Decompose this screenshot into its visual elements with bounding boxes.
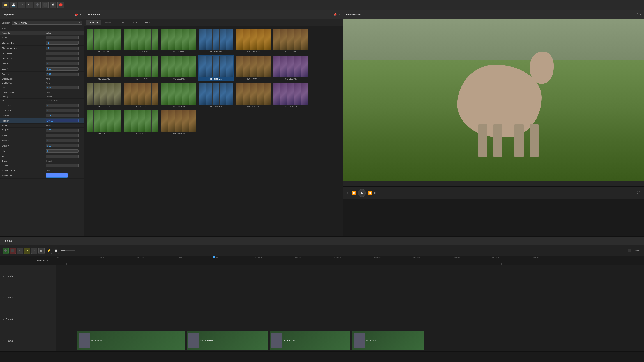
prop-value[interactable]: 0.00 bbox=[46, 144, 82, 147]
prop-value-input[interactable]: 24.30 bbox=[46, 114, 78, 117]
file-item-IMG_5093-mov[interactable]: IMG_5093.mov bbox=[86, 55, 122, 81]
prop-row-volumemixing[interactable]: Volume MixingNone bbox=[0, 168, 84, 172]
file-item-IMG_5128-mov[interactable]: IMG_5128.mov bbox=[161, 82, 196, 108]
prop-value[interactable]: 0.00 bbox=[46, 104, 82, 107]
track-expand-icon[interactable]: ▶ bbox=[2, 275, 4, 277]
prop-row-sheary[interactable]: Shear Y0.00 bbox=[0, 143, 84, 148]
prop-value-input[interactable]: 0.00 bbox=[46, 67, 78, 70]
prop-row-duration[interactable]: Duration9.47 bbox=[0, 72, 84, 77]
project-close-icon[interactable]: ✕ bbox=[338, 13, 340, 16]
prop-row-scalex[interactable]: Scale X1.00 bbox=[0, 128, 84, 133]
prop-row-start[interactable]: Start0.00 bbox=[0, 148, 84, 154]
toolbar-btn1[interactable]: ⬛ bbox=[42, 1, 48, 8]
file-item-IMG_5236-mov[interactable]: IMG_5236.mov bbox=[198, 82, 234, 108]
track-clip-IMG_5093-mov[interactable]: IMG_5093.mov bbox=[77, 331, 185, 350]
timeline-split-button[interactable]: ✂ bbox=[17, 248, 23, 254]
file-item-IMG_5293-mov[interactable]: IMG_5293.mov bbox=[86, 109, 122, 135]
toolbar-btn2[interactable]: 🎬 bbox=[50, 1, 56, 8]
toolbar-save[interactable]: 💾 bbox=[10, 1, 17, 8]
prop-value-input[interactable]: 9.47 bbox=[46, 86, 78, 89]
prop-row-wavecolor[interactable]: Wave Color bbox=[0, 172, 84, 179]
prop-row-time[interactable]: Time1.00 bbox=[0, 154, 84, 159]
tab-filter[interactable]: Filter bbox=[142, 20, 154, 25]
prop-value-input[interactable]: -1 bbox=[46, 46, 78, 50]
prop-value[interactable]: 9.47 bbox=[46, 72, 82, 76]
tab-showall[interactable]: Show All bbox=[86, 20, 101, 25]
tab-video[interactable]: Video bbox=[102, 20, 114, 25]
play-pause-button[interactable]: ▶ bbox=[358, 189, 366, 197]
prop-value-input[interactable]: 1.00 bbox=[46, 52, 78, 55]
prop-row-position[interactable]: Position24.30 bbox=[0, 113, 84, 118]
prop-row-id[interactable]: IDLNYVUM420E bbox=[0, 99, 84, 103]
file-item-IMG_5291-mov[interactable]: IMG_5291.mov bbox=[236, 82, 271, 108]
prop-value[interactable]: 1.00 bbox=[46, 57, 82, 60]
prop-value[interactable]: 0.00 bbox=[46, 62, 82, 65]
prop-row-channelmappi...[interactable]: Channel Mappi...-1 bbox=[0, 46, 84, 51]
prop-row-scaley[interactable]: Scale Y1.00 bbox=[0, 133, 84, 138]
project-pin-icon[interactable]: 📌 bbox=[334, 13, 336, 16]
prop-row-gravity[interactable]: GravityCenter bbox=[0, 94, 84, 99]
prop-row-cropwidth[interactable]: Crop Width1.00 bbox=[0, 56, 84, 61]
prop-value-input[interactable]: 1.00 bbox=[46, 129, 78, 132]
timeline-zoom-slider[interactable] bbox=[61, 250, 76, 251]
track-expand-icon[interactable]: ▶ bbox=[2, 318, 4, 321]
prop-value[interactable]: 0.00 bbox=[46, 139, 82, 142]
timeline-razor-button[interactable]: ⚡ bbox=[46, 248, 52, 254]
prop-value-input[interactable]: 1.00 bbox=[46, 155, 78, 158]
prop-value-input[interactable]: 0.00 bbox=[46, 109, 78, 112]
file-item-IMG_5105-mov[interactable]: IMG_5105.mov bbox=[273, 55, 309, 81]
prop-row-enablevideo[interactable]: Enable VideoAuto bbox=[0, 81, 84, 85]
file-item-IMG_5099-mov[interactable]: IMG_5099.mov bbox=[236, 55, 271, 81]
prop-value-input[interactable]: 0.00 bbox=[46, 149, 78, 153]
prop-value-input[interactable]: 0.00 bbox=[46, 104, 78, 107]
prop-value[interactable]: 1.00 bbox=[46, 134, 82, 137]
prop-value[interactable] bbox=[46, 173, 82, 178]
prop-value-input[interactable]: 180.00 bbox=[46, 119, 78, 122]
prop-value[interactable]: 9.47 bbox=[46, 86, 82, 89]
file-item-IMG_5096-mov[interactable]: IMG_5096.mov bbox=[198, 55, 234, 81]
prop-row-enableaudio[interactable]: Enable AudioAuto bbox=[0, 77, 84, 81]
prop-value[interactable]: 1.00 bbox=[46, 52, 82, 55]
prop-value[interactable]: -1 bbox=[46, 41, 82, 44]
prop-value[interactable]: 1.00 bbox=[46, 36, 82, 39]
timeline-checkbox[interactable] bbox=[628, 249, 631, 252]
file-item-IMG_5127-mov[interactable]: IMG_5127.mov bbox=[123, 82, 159, 108]
prop-value[interactable]: 24.30 bbox=[46, 114, 82, 117]
prop-value[interactable]: 0.00 bbox=[46, 67, 82, 70]
prop-value[interactable]: 180.00 bbox=[46, 119, 82, 122]
prop-row-rotation[interactable]: Rotation180.00 bbox=[0, 118, 84, 123]
toolbar-record[interactable]: 🔴 bbox=[58, 1, 64, 8]
properties-close[interactable]: ✕ bbox=[79, 13, 82, 16]
timeline-add-button[interactable]: ➕ bbox=[2, 248, 8, 254]
timeline-skip-end-button[interactable]: ⏭ bbox=[38, 248, 44, 254]
timeline-delete-button[interactable]: ⬛ bbox=[10, 248, 16, 254]
prop-row-locationx[interactable]: Location X0.00 bbox=[0, 103, 84, 108]
track-expand-icon[interactable]: ▶ bbox=[2, 297, 4, 299]
prop-value[interactable]: 1.00 bbox=[46, 129, 82, 132]
prop-row-framenumber[interactable]: Frame NumberNone bbox=[0, 90, 84, 94]
preview-fullscreen-icon[interactable]: ⛶ bbox=[636, 13, 638, 16]
file-item-IMG_5295-mov[interactable]: IMG_5295.mov bbox=[161, 109, 196, 135]
prop-value[interactable]: 0.00 bbox=[46, 149, 82, 153]
skip-to-end-button[interactable]: ⏭ bbox=[374, 191, 377, 195]
timeline-snap-button[interactable]: 🔲 bbox=[53, 248, 59, 254]
prop-value-input[interactable]: 0.00 bbox=[46, 62, 78, 65]
file-item-IMG_5292-mov[interactable]: IMG_5292.mov bbox=[273, 82, 309, 108]
prop-row-alpha[interactable]: Alpha1.00 bbox=[0, 35, 84, 40]
playhead[interactable] bbox=[214, 256, 214, 265]
file-item-IMG_5086-mov[interactable]: IMG_5086.mov bbox=[123, 28, 159, 53]
fast-forward-button[interactable]: ⏩ bbox=[368, 191, 372, 195]
skip-to-start-button[interactable]: ⏮ bbox=[346, 191, 350, 195]
prop-value-input[interactable]: 0.00 bbox=[46, 139, 78, 142]
timeline-skip-start-button[interactable]: ⏮ bbox=[31, 248, 38, 254]
file-item-IMG_5091-mov[interactable]: IMG_5091.mov bbox=[236, 28, 271, 53]
file-item-IMG_5095-mov[interactable]: IMG_5095.mov bbox=[161, 55, 196, 81]
toolbar-redo[interactable]: ↪ bbox=[26, 1, 33, 8]
prop-value[interactable]: 1.00 bbox=[46, 164, 82, 167]
prop-value[interactable]: 0.00 bbox=[46, 109, 82, 112]
prop-row-cropheight[interactable]: Crop Height1.00 bbox=[0, 51, 84, 56]
tab-audio[interactable]: Audio bbox=[115, 20, 128, 25]
file-item-IMG_5294-mov[interactable]: IMG_5294.mov bbox=[123, 109, 159, 135]
properties-pin[interactable]: 📌 bbox=[75, 13, 78, 16]
prop-row-locationy[interactable]: Location Y0.00 bbox=[0, 108, 84, 113]
